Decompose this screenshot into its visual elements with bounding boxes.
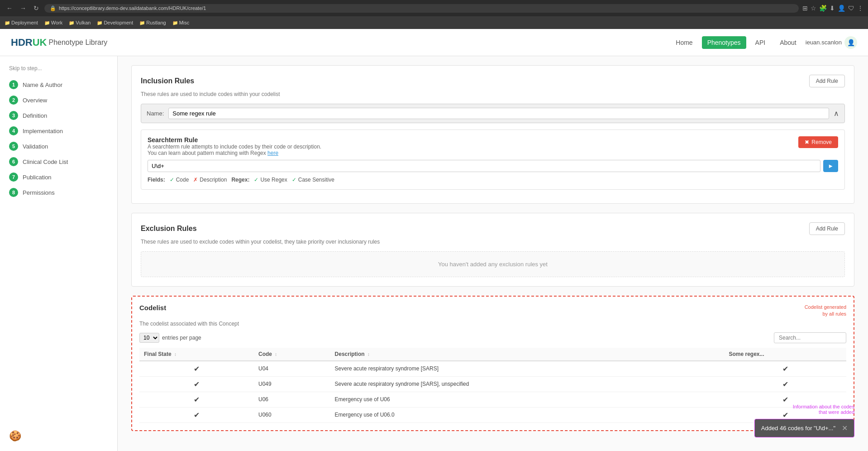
bookmarks-bar: 📁 Deployment 📁 Work 📁 Vulkan 📁 Developme… xyxy=(0,16,868,29)
code-field-check[interactable]: ✓ Code xyxy=(170,177,189,183)
col-rule[interactable]: Some regex... xyxy=(724,348,846,361)
searchterm-title: Searchterm Rule xyxy=(148,136,321,144)
sidebar-item-permissions[interactable]: 8 Permissions xyxy=(0,185,117,200)
address-bar[interactable]: 🔒 https://conceptlibrary.demo-dev.sailda… xyxy=(44,4,799,13)
screenshot-icon[interactable]: ⊞ xyxy=(802,5,808,12)
forward-button[interactable]: → xyxy=(18,4,28,13)
star-icon[interactable]: ☆ xyxy=(811,5,816,12)
user-menu[interactable]: ieuan.scanlon 👤 xyxy=(806,36,857,49)
codelist-header: Codelist Codelist generatedby all rules xyxy=(139,304,846,318)
entries-select[interactable]: 10 25 50 xyxy=(139,333,159,343)
case-sensitive-check[interactable]: ✓ Case Sensitive xyxy=(292,177,334,183)
logo-uk: UK xyxy=(33,37,47,48)
nav-about[interactable]: About xyxy=(774,36,802,49)
bookmark-rustlang[interactable]: 📁 Rustlang xyxy=(139,20,166,25)
logo-text: Phenotype Library xyxy=(48,38,107,47)
person-icon: 👤 xyxy=(847,39,855,46)
sidebar-item-implementation[interactable]: 4 Implementation xyxy=(0,123,117,139)
codelist-generated-label: Codelist generatedby all rules xyxy=(805,304,846,318)
regex-apply-button[interactable]: ► xyxy=(823,160,838,172)
logo: HDR UK Phenotype Library xyxy=(11,37,107,48)
sidebar-item-publication[interactable]: 7 Publication xyxy=(0,169,117,185)
name-label: Name: xyxy=(147,110,164,117)
row4-description: Emergency use of U06.0 xyxy=(330,407,725,422)
main-content: Inclusion Rules Add Rule These rules are… xyxy=(118,56,868,451)
codelist-title: Codelist xyxy=(139,304,166,312)
exclusion-rules-title: Exclusion Rules xyxy=(141,225,197,233)
row1-code: U04 xyxy=(254,361,330,377)
fields-label: Fields: xyxy=(148,177,165,183)
skip-label: Skip to step... xyxy=(0,65,117,77)
logo-hdr: HDR xyxy=(11,37,33,48)
rule-name-input[interactable] xyxy=(168,108,829,119)
sort-arrows-2: ↕ xyxy=(275,352,277,357)
searchterm-regex-note: You can learn about pattern matching wit… xyxy=(148,150,321,156)
step-num-6: 6 xyxy=(9,157,18,166)
codelist-table: Final State ↕ Code ↕ Description ↕ Som xyxy=(139,348,846,423)
download-icon[interactable]: ⬇ xyxy=(830,5,835,12)
bookmark-misc[interactable]: 📁 Misc xyxy=(172,20,190,25)
menu-icon[interactable]: ⋮ xyxy=(857,5,863,12)
row4-state: ✔ xyxy=(139,407,254,422)
rule-name-row: Name: ∧ xyxy=(141,104,845,123)
sort-arrows-3: ↕ xyxy=(367,352,370,357)
sidebar: Skip to step... 1 Name & Author 2 Overvi… xyxy=(0,56,118,451)
folder-icon-5: 📁 xyxy=(139,20,145,25)
profile-icon[interactable]: 👤 xyxy=(838,5,845,12)
nav-links: Home Phenotypes API About ieuan.scanlon … xyxy=(670,36,857,49)
toast-close-button[interactable]: ✕ xyxy=(842,424,848,432)
step-label-6: Clinical Code List xyxy=(23,158,68,165)
row4-code: U060 xyxy=(254,407,330,422)
col-description[interactable]: Description ↕ xyxy=(330,348,725,361)
bookmark-work[interactable]: 📁 Work xyxy=(44,20,62,25)
folder-icon-6: 📁 xyxy=(172,20,178,25)
inclusion-rules-header: Inclusion Rules Add Rule xyxy=(141,75,845,87)
entries-label: entries per page xyxy=(162,335,201,341)
searchterm-info: Searchterm Rule A searchterm rule attemp… xyxy=(148,136,321,156)
shield-icon[interactable]: 🛡 xyxy=(848,5,854,12)
exclusion-rules-subtitle: These rules are used to exclude codes wi… xyxy=(141,239,845,245)
bookmark-vulkan[interactable]: 📁 Vulkan xyxy=(69,20,91,25)
exclusion-rules-section: Exclusion Rules Add Rule These rules are… xyxy=(131,213,854,287)
nav-api[interactable]: API xyxy=(750,36,771,49)
sidebar-item-name-author[interactable]: 1 Name & Author xyxy=(0,77,117,92)
step-label-7: Publication xyxy=(23,174,52,181)
step-label-4: Implementation xyxy=(23,128,63,134)
inclusion-rules-title: Inclusion Rules xyxy=(141,77,194,85)
inclusion-rules-section: Inclusion Rules Add Rule These rules are… xyxy=(131,65,854,204)
col-final-state[interactable]: Final State ↕ xyxy=(139,348,254,361)
searchterm-desc: A searchterm rule attempts to include co… xyxy=(148,144,321,150)
remove-icon: ✖ xyxy=(805,139,809,145)
sidebar-item-validation[interactable]: 5 Validation xyxy=(0,139,117,154)
codelist-section: Codelist Codelist generatedby all rules … xyxy=(131,296,854,431)
add-exclusion-rule-button[interactable]: Add Rule xyxy=(809,222,845,235)
regex-input[interactable] xyxy=(148,160,820,172)
extensions-icon[interactable]: 🧩 xyxy=(819,5,827,12)
sidebar-item-clinical-code-list[interactable]: 6 Clinical Code List xyxy=(0,154,117,169)
col-code[interactable]: Code ↕ xyxy=(254,348,330,361)
app-body: Skip to step... 1 Name & Author 2 Overvi… xyxy=(0,56,868,451)
cookie-button[interactable]: 🍪 xyxy=(9,430,21,442)
security-icon: 🔒 xyxy=(50,5,56,11)
table-search-input[interactable] xyxy=(774,332,846,343)
sidebar-item-definition[interactable]: 3 Definition xyxy=(0,108,117,123)
add-inclusion-rule-button[interactable]: Add Rule xyxy=(809,75,845,87)
back-button[interactable]: ← xyxy=(5,4,14,13)
sidebar-item-overview[interactable]: 2 Overview xyxy=(0,92,117,108)
nav-phenotypes[interactable]: Phenotypes xyxy=(702,36,746,49)
bookmark-deployment[interactable]: 📁 Deployment xyxy=(5,20,38,25)
step-num-3: 3 xyxy=(9,111,18,120)
step-num-1: 1 xyxy=(9,80,18,89)
reload-button[interactable]: ↻ xyxy=(32,4,41,13)
browser-actions: ⊞ ☆ 🧩 ⬇ 👤 🛡 ⋮ xyxy=(802,5,863,12)
folder-icon-4: 📁 xyxy=(97,20,102,25)
bookmark-development[interactable]: 📁 Development xyxy=(97,20,133,25)
collapse-button[interactable]: ∧ xyxy=(834,109,839,118)
use-regex-check[interactable]: ✓ Use Regex xyxy=(254,177,287,183)
toast-message: Added 46 codes for "U\d+..." xyxy=(761,425,835,432)
nav-home[interactable]: Home xyxy=(670,36,698,49)
description-field-check[interactable]: ✗ Description xyxy=(193,177,227,183)
regex-help-link[interactable]: here xyxy=(267,150,278,156)
remove-rule-button[interactable]: ✖ Remove xyxy=(798,136,838,148)
step-num-2: 2 xyxy=(9,96,18,105)
